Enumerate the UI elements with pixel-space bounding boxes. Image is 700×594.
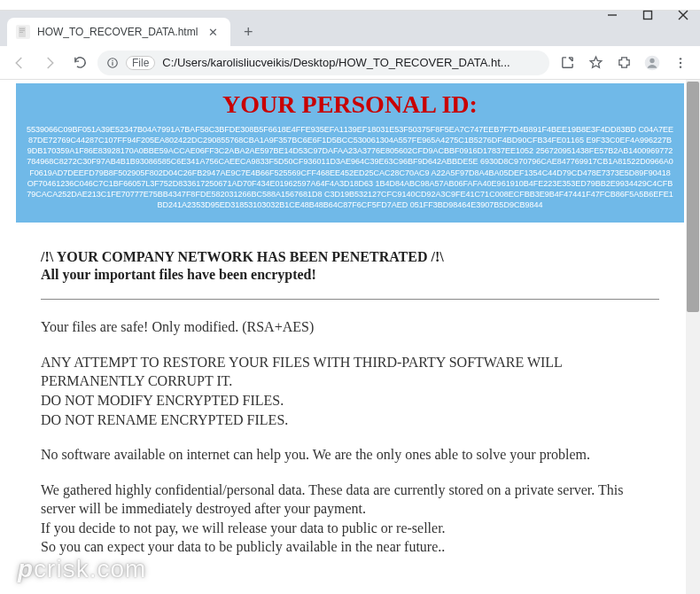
note-line: ANY ATTEMPT TO RESTORE YOUR FILES WITH T… xyxy=(41,355,562,389)
maximize-button[interactable] xyxy=(642,9,654,21)
note-paragraph: ANY ATTEMPT TO RESTORE YOUR FILES WITH T… xyxy=(41,353,659,429)
note-line: We gathered highly confidential/personal… xyxy=(41,482,623,517)
forward-button[interactable] xyxy=(37,51,62,75)
share-button[interactable] xyxy=(555,51,579,75)
id-line: 5539066C09BF051A39E52347B04A7991A7BAF58C… xyxy=(27,125,636,134)
scrollbar-thumb[interactable] xyxy=(687,82,699,312)
tab-close-button[interactable]: ✕ xyxy=(205,24,222,41)
svg-rect-7 xyxy=(19,32,23,33)
note-paragraph: We gathered highly confidential/personal… xyxy=(41,481,659,557)
note-line: DO NOT MODIFY ENCRYPTED FILES. xyxy=(41,393,284,408)
svg-rect-6 xyxy=(19,30,25,31)
svg-rect-1 xyxy=(644,12,652,20)
site-info-icon[interactable] xyxy=(106,57,119,69)
note-body: /!\ YOUR COMPANY NETWORK HAS BEEN PENETR… xyxy=(16,223,684,557)
svg-point-12 xyxy=(649,58,654,62)
page-favicon xyxy=(16,25,30,39)
page-viewport: YOUR PERSONAL ID: 5539066C09BF051A39E523… xyxy=(0,80,700,594)
bookmark-button[interactable] xyxy=(583,51,608,75)
svg-point-15 xyxy=(680,66,681,67)
note-line: DO NOT RENAME ENCRYPTED FILES. xyxy=(41,412,288,427)
new-tab-button[interactable]: + xyxy=(236,20,261,44)
ransom-note-page: YOUR PERSONAL ID: 5539066C09BF051A39E523… xyxy=(0,80,700,594)
svg-point-13 xyxy=(680,58,681,59)
file-scheme-chip: File xyxy=(126,56,155,70)
svg-rect-5 xyxy=(19,28,25,29)
extensions-button[interactable] xyxy=(611,51,636,75)
svg-point-14 xyxy=(680,61,681,63)
browser-toolbar: File C:/Users/karolisliucveikis/Desktop/… xyxy=(0,46,700,80)
personal-id-box: YOUR PERSONAL ID: 5539066C09BF051A39E523… xyxy=(16,83,684,223)
note-line: So you can expect your data to be public… xyxy=(41,539,445,554)
svg-rect-10 xyxy=(112,61,113,65)
scrollbar-track[interactable] xyxy=(686,80,700,594)
url-text: C:/Users/karolisliucveikis/Desktop/HOW_T… xyxy=(162,56,541,69)
profile-button[interactable] xyxy=(640,51,665,75)
personal-id-heading: YOUR PERSONAL ID: xyxy=(27,90,673,119)
divider xyxy=(41,299,659,300)
browser-tab[interactable]: HOW_TO_RECOVER_DATA.html ✕ xyxy=(7,18,230,46)
address-bar[interactable]: File C:/Users/karolisliucveikis/Desktop/… xyxy=(97,51,549,75)
personal-id-value: 5539066C09BF051A39E52347B04A7991A7BAF58C… xyxy=(27,124,673,210)
menu-button[interactable] xyxy=(668,51,693,75)
note-line: If you decide to not pay, we will releas… xyxy=(41,520,446,535)
window-controls xyxy=(606,9,689,21)
window-titlebar xyxy=(0,0,700,11)
tab-strip: HOW_TO_RECOVER_DATA.html ✕ + xyxy=(0,11,700,46)
back-button[interactable] xyxy=(7,51,32,75)
subheadline: All your important files have been encry… xyxy=(41,267,659,283)
id-line: 051FF3BD98464E3907B5D9CB9844 xyxy=(410,200,543,209)
close-window-button[interactable] xyxy=(677,9,689,21)
tab-title: HOW_TO_RECOVER_DATA.html xyxy=(37,26,198,38)
headline: /!\ YOUR COMPANY NETWORK HAS BEEN PENETR… xyxy=(41,249,659,265)
svg-point-9 xyxy=(112,59,113,60)
note-paragraph: No software available on internet can he… xyxy=(41,445,659,465)
minimize-button[interactable] xyxy=(606,9,618,21)
note-paragraph: Your files are safe! Only modified. (RSA… xyxy=(41,317,659,337)
reload-button[interactable] xyxy=(67,51,92,75)
